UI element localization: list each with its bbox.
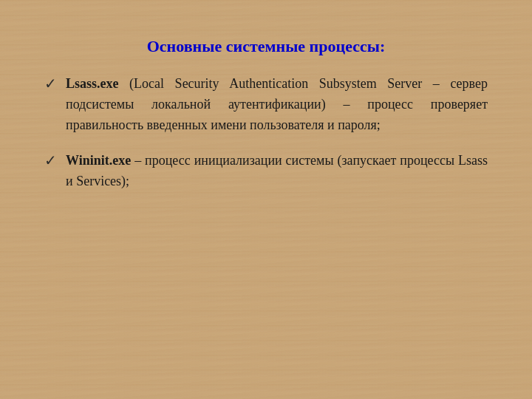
page-title: Основные системные процессы: — [44, 37, 488, 56]
list-item: ✓ Lsass.exe (Local Security Authenticati… — [44, 74, 488, 136]
wininit-text: Wininit.exe – процесс инициализации сист… — [66, 151, 488, 192]
checkmark-icon: ✓ — [44, 151, 57, 169]
checkmark-icon: ✓ — [44, 75, 57, 92]
process-list: ✓ Lsass.exe (Local Security Authenticati… — [44, 74, 488, 191]
list-item: ✓ Wininit.exe – процесс инициализации си… — [44, 151, 488, 192]
lsass-text: Lsass.exe (Local Security Authentication… — [66, 74, 488, 136]
main-content: Основные системные процессы: ✓ Lsass.exe… — [0, 0, 532, 236]
lsass-description: (Local Security Authentication Subsystem… — [66, 76, 488, 132]
wininit-bold: Wininit.exe — [66, 153, 131, 168]
lsass-bold: Lsass.exe — [66, 76, 119, 91]
